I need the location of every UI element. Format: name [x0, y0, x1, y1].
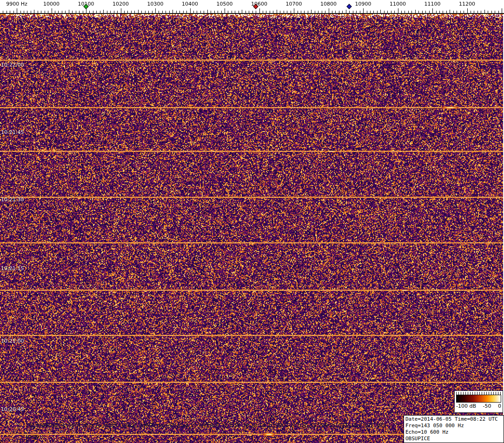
ruler-tick [211, 11, 211, 13]
ruler-tick [335, 11, 336, 13]
ruler-tick [27, 11, 27, 13]
info-freq-line: Freq=143 050 000 Hz [405, 423, 502, 429]
info-station-line: OBSUPICE [405, 436, 502, 442]
blue-diamond-marker-icon[interactable] [347, 4, 352, 9]
ruler-frequency-label: 10300 [147, 1, 164, 7]
ruler-tick [415, 10, 416, 13]
ruler-tick [277, 10, 277, 13]
ruler-tick [446, 11, 447, 13]
ruler-tick [298, 11, 298, 13]
ruler-tick [266, 11, 266, 13]
ruler-tick [17, 8, 17, 13]
ruler-tick [204, 11, 204, 13]
ruler-tick [353, 11, 353, 13]
ruler-tick [387, 11, 388, 13]
ruler-tick [183, 11, 184, 13]
ruler-tick [200, 11, 201, 13]
ruler-tick [460, 11, 461, 13]
ruler-tick [193, 11, 194, 13]
ruler-tick [356, 11, 357, 13]
info-echo-line: Echo=10 600 Hz [405, 429, 502, 436]
ruler-tick [391, 11, 391, 13]
ruler-frequency-label: 10200 [113, 1, 129, 7]
ruler-tick [232, 11, 232, 13]
ruler-tick [172, 10, 173, 13]
ruler-tick [89, 11, 90, 13]
ruler-tick [332, 11, 332, 13]
ruler-frequency-label: 10700 [286, 1, 302, 7]
ruler-tick [218, 11, 218, 13]
ruler-tick [436, 11, 437, 13]
ruler-tick [124, 11, 125, 13]
ruler-tick [141, 11, 142, 13]
db-scale-legend: -100 dB -50 0 [454, 390, 503, 413]
ruler-tick [380, 10, 381, 13]
ruler-tick [58, 11, 59, 13]
ruler-tick [83, 11, 83, 13]
ruler-tick [273, 11, 273, 13]
legend-max-label: 0 [498, 403, 501, 409]
ruler-tick [62, 11, 62, 13]
ruler-tick [270, 11, 270, 13]
info-date-line: Date=2014-06-05 Time=08:22 UTC [405, 416, 502, 423]
ruler-tick [491, 11, 492, 13]
ruler-tick [474, 11, 474, 13]
ruler-frequency-label: 10800 [320, 1, 337, 7]
ruler-tick [291, 11, 291, 13]
ruler-tick [373, 11, 374, 13]
ruler-frequency-label: 10900 [355, 1, 371, 7]
ruler-tick [308, 11, 308, 13]
ruler-tick [263, 11, 263, 13]
ruler-tick [69, 10, 69, 13]
ruler-tick [3, 11, 3, 13]
ruler-tick [498, 11, 499, 13]
ruler-tick [121, 8, 121, 13]
ruler-tick [138, 10, 139, 13]
ruler-tick [301, 11, 301, 13]
ruler-tick [145, 11, 146, 13]
ruler-tick [284, 11, 284, 13]
ruler-tick [55, 11, 55, 13]
ruler-tick [235, 11, 235, 13]
ruler-tick [481, 11, 481, 13]
ruler-tick [249, 11, 249, 13]
ruler-tick [48, 11, 48, 13]
legend-labels: -100 dB -50 0 [456, 403, 502, 409]
cursor-readout: ^t+39 [22, 434, 39, 440]
ruler-tick [225, 8, 225, 13]
ruler-tick [377, 11, 378, 13]
ruler-tick [52, 8, 52, 13]
ruler-frequency-label: 9900 Hz [6, 1, 27, 7]
ruler-tick [162, 11, 163, 13]
frequency-ruler: 9900 Hz100001010010200103001040010500106… [0, 0, 504, 14]
ruler-tick [471, 11, 471, 13]
ruler-tick [239, 11, 239, 13]
ruler-tick [363, 8, 364, 13]
ruler-tick [346, 10, 346, 13]
ruler-tick [443, 11, 443, 13]
ruler-tick [467, 8, 468, 13]
ruler-tick [329, 8, 329, 13]
ruler-tick [103, 10, 104, 13]
spectrogram-canvas[interactable] [0, 14, 504, 443]
ruler-frequency-label: 10500 [217, 1, 233, 7]
legend-min-label: -100 dB [456, 403, 476, 409]
ruler-tick [7, 11, 7, 13]
ruler-tick [214, 11, 215, 13]
ruler-tick [134, 11, 135, 13]
legend-mid-label: -50 [483, 403, 491, 409]
ruler-tick [408, 11, 409, 13]
ruler-tick [38, 11, 38, 13]
ruler-tick [148, 11, 149, 13]
ruler-tick [245, 11, 246, 13]
ruler-tick [339, 11, 339, 13]
ruler-tick [280, 11, 280, 13]
detection-status-line: 20140605082039204 hCnt20 nb-83 f10622 hi… [26, 423, 385, 429]
ruler-tick [100, 11, 100, 13]
ruler-tick [432, 8, 433, 13]
meteor-radio-spectrogram-app: 9900 Hz100001010010200103001040010500106… [0, 0, 504, 443]
ruler-tick [79, 11, 80, 13]
ruler-tick [394, 11, 395, 13]
ruler-tick [166, 11, 166, 13]
ruler-tick [41, 11, 41, 13]
